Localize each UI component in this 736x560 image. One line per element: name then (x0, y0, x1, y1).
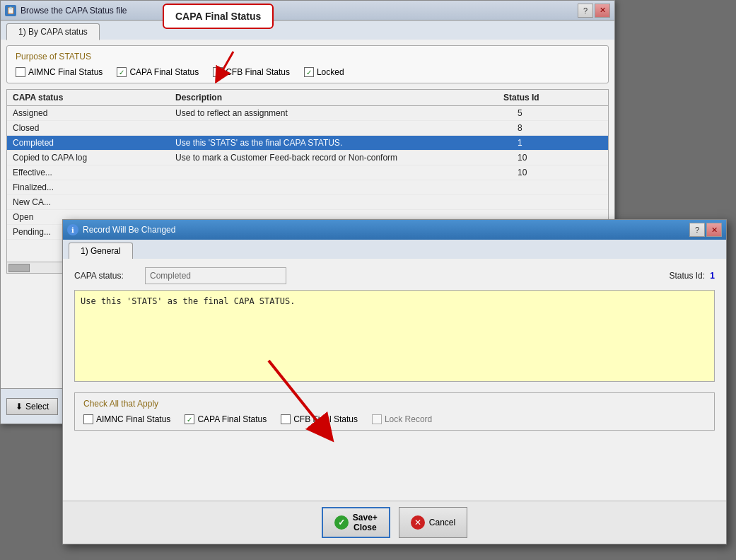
check-apply-title: Check All that Apply (83, 399, 706, 409)
dialog-titlebar: ℹ Record Will Be Changed ? ✕ (63, 220, 726, 240)
description-area[interactable] (74, 290, 715, 382)
check-apply-row: AIMNC Final Status ✓ CAPA Final Status C… (83, 414, 706, 424)
cell-id: 5 (518, 108, 602, 118)
dialog-help-button[interactable]: ? (689, 223, 705, 237)
dialog-lock-record-checkbox (372, 414, 382, 424)
dialog-lock-record-label: Lock Record (385, 414, 432, 424)
dialog-body: CAPA status: Status Id: 1 Check All that… (63, 259, 726, 448)
cell-desc (175, 168, 518, 177)
table-row-selected[interactable]: Completed Use this 'STATS' as the final … (7, 136, 608, 151)
save-label: Save+Close (353, 513, 378, 532)
cancel-icon: ✕ (411, 515, 425, 530)
cell-desc: Use to mark a Customer Feed-back record … (175, 153, 518, 163)
cancel-label: Cancel (429, 518, 455, 527)
table-row[interactable]: Finalized... (7, 180, 608, 195)
cell-status: New CA... (13, 197, 175, 207)
status-id-label: Status Id: (669, 271, 705, 281)
cell-status: Assigned (13, 108, 175, 118)
dialog-bottom: ✓ Save+Close ✕ Cancel (63, 501, 726, 544)
locked-checkbox-item[interactable]: ✓ Locked (304, 67, 344, 77)
cell-id (518, 182, 602, 192)
table-row[interactable]: Copied to CAPA log Use to mark a Custome… (7, 151, 608, 165)
select-button[interactable]: ⬇ Select (6, 398, 58, 415)
cfb-label: CFB Final Status (226, 67, 290, 77)
callout-text: CAPA Final Status (175, 11, 261, 22)
aimnc-label: AIMNC Final Status (28, 67, 103, 77)
main-window-icon: 📋 (5, 5, 16, 16)
capa-final-checkbox-item[interactable]: ✓ CAPA Final Status (117, 67, 199, 77)
check-apply-section: Check All that Apply AIMNC Final Status … (74, 392, 715, 431)
capa-final-label: CAPA Final Status (129, 67, 199, 77)
cancel-button[interactable]: ✕ Cancel (399, 507, 467, 538)
form-top-row: CAPA status: Status Id: 1 (74, 267, 715, 284)
cell-id: 10 (518, 153, 602, 163)
tab-by-capa-status[interactable]: 1) By CAPA status (6, 23, 100, 40)
save-close-button[interactable]: ✓ Save+Close (322, 507, 390, 538)
dialog-cfb-checkbox[interactable] (281, 414, 291, 424)
cell-desc (175, 197, 518, 207)
cell-desc (175, 123, 518, 133)
purpose-checkboxes-row: AIMNC Final Status ✓ CAPA Final Status C… (16, 67, 600, 77)
cell-desc: Use this 'STATS' as the final CAPA STATU… (175, 138, 518, 148)
purpose-section: Purpose of STATUS AIMNC Final Status ✓ C… (6, 45, 609, 83)
aimnc-checkbox-item[interactable]: AIMNC Final Status (16, 67, 103, 77)
main-tab-bar: 1) By CAPA status (1, 21, 614, 40)
dialog-capa-final-label: CAPA Final Status (197, 414, 267, 424)
dialog-tab-general[interactable]: 1) General (69, 243, 133, 259)
dialog-icon: ℹ (67, 224, 78, 235)
help-button[interactable]: ? (578, 4, 593, 18)
dialog-aimnc-checkbox-item[interactable]: AIMNC Final Status (83, 414, 170, 424)
purpose-title: Purpose of STATUS (16, 52, 600, 62)
cell-desc (175, 182, 518, 192)
cell-id: 8 (518, 123, 602, 133)
cell-status: Effective... (13, 168, 175, 177)
dialog-aimnc-label: AIMNC Final Status (96, 414, 170, 424)
select-label: Select (25, 402, 49, 412)
main-titlebar: 📋 Browse the CAPA Status file ? ✕ (1, 1, 614, 21)
cell-status: Closed (13, 123, 175, 133)
col-capa-status: CAPA status (13, 93, 175, 103)
table-row[interactable]: New CA... (7, 195, 608, 210)
table-row[interactable]: Effective... 10 (7, 165, 608, 180)
locked-checkbox[interactable]: ✓ (304, 67, 314, 77)
table-header: CAPA status Description Status Id (7, 90, 608, 106)
dialog-title: Record Will Be Changed (83, 225, 685, 235)
locked-label: Locked (317, 67, 344, 77)
dialog-capa-final-checkbox[interactable]: ✓ (185, 414, 194, 424)
dialog-aimnc-checkbox[interactable] (83, 414, 93, 424)
capa-final-checkbox[interactable]: ✓ (117, 67, 127, 77)
save-icon: ✓ (334, 515, 349, 530)
cell-id: 1 (518, 138, 602, 148)
col-status-id: Status Id (503, 93, 588, 103)
cell-status: Finalized... (13, 182, 175, 192)
cell-id (518, 197, 602, 207)
cell-status: Completed (13, 138, 175, 148)
titlebar-buttons: ? ✕ (578, 4, 610, 18)
dialog-cfb-checkbox-item[interactable]: CFB Final Status (281, 414, 358, 424)
status-id-value: 1 (710, 271, 715, 281)
cell-id: 10 (518, 168, 602, 177)
col-description: Description (175, 93, 503, 103)
dialog-titlebar-buttons: ? ✕ (689, 223, 722, 237)
dialog-lock-record-checkbox-item: Lock Record (372, 414, 432, 424)
dialog-window: ℹ Record Will Be Changed ? ✕ 1) General … (62, 219, 727, 544)
capa-status-label: CAPA status: (74, 271, 145, 281)
dialog-close-button[interactable]: ✕ (706, 223, 722, 237)
hscroll-thumb[interactable] (8, 264, 30, 272)
select-icon: ⬇ (16, 402, 23, 412)
callout-tooltip: CAPA Final Status (163, 4, 274, 29)
table-row[interactable]: Closed 8 (7, 121, 608, 136)
cell-desc: Used to reflect an assignment (175, 108, 518, 118)
capa-status-input[interactable] (145, 267, 286, 284)
aimnc-checkbox[interactable] (16, 67, 25, 77)
dialog-tab-bar: 1) General (63, 240, 726, 259)
cell-status: Copied to CAPA log (13, 153, 175, 163)
close-button[interactable]: ✕ (595, 4, 610, 18)
main-title: Browse the CAPA Status file (21, 6, 573, 16)
dialog-cfb-label: CFB Final Status (293, 414, 358, 424)
table-row[interactable]: Assigned Used to reflect an assignment 5 (7, 106, 608, 121)
dialog-capa-final-checkbox-item[interactable]: ✓ CAPA Final Status (185, 414, 267, 424)
cfb-checkbox-item[interactable]: CFB Final Status (213, 67, 290, 77)
cfb-checkbox[interactable] (213, 67, 223, 77)
